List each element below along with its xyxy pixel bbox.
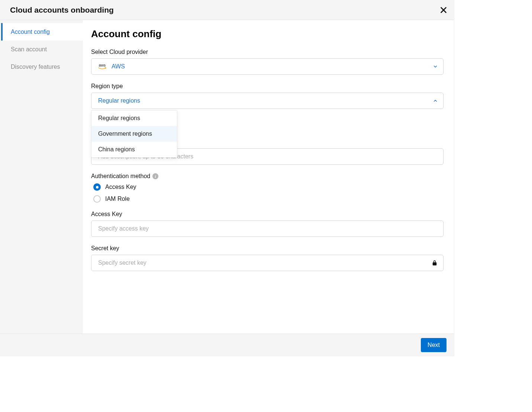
close-button[interactable] xyxy=(438,5,449,15)
radio-checked-icon xyxy=(93,183,101,191)
sidebar-item-scan-account[interactable]: Scan account xyxy=(1,41,83,58)
content-area: Account config Select Cloud provider aws… xyxy=(83,20,454,334)
secret-key-input-wrap xyxy=(91,255,444,271)
sidebar-item-account-config[interactable]: Account config xyxy=(1,23,83,41)
region-type-value: Regular regions xyxy=(98,97,433,104)
modal: Cloud accounts onboarding Account config… xyxy=(0,0,454,356)
field-label-cloud-provider: Select Cloud provider xyxy=(91,49,444,55)
sidebar-item-discovery-features[interactable]: Discovery features xyxy=(1,58,83,75)
region-type-dropdown: Regular regions Government regions China… xyxy=(91,110,177,158)
modal-header: Cloud accounts onboarding xyxy=(0,0,454,20)
page-title: Account config xyxy=(91,28,444,40)
chevron-up-icon xyxy=(433,98,438,103)
modal-body: Account config Scan account Discovery fe… xyxy=(0,20,454,334)
access-key-input-wrap xyxy=(91,221,444,237)
field-cloud-provider: Select Cloud provider aws AWS xyxy=(91,49,444,75)
sidebar-item-label: Account config xyxy=(11,29,50,35)
dropdown-item-government-regions[interactable]: Government regions xyxy=(91,126,177,142)
modal-footer: Next xyxy=(0,334,454,356)
auth-option-iam-role[interactable]: IAM Role xyxy=(91,195,444,203)
auth-radio-group: Access Key IAM Role xyxy=(91,183,444,203)
field-secret-key: Secret key xyxy=(91,245,444,271)
chevron-down-icon xyxy=(433,64,438,69)
modal-title: Cloud accounts onboarding xyxy=(10,6,114,15)
field-label-access-key: Access Key xyxy=(91,211,444,218)
region-type-select[interactable]: Regular regions xyxy=(91,93,444,109)
sidebar-item-label: Scan account xyxy=(11,46,47,52)
field-label-region-type: Region type xyxy=(91,83,444,90)
cloud-provider-select[interactable]: aws AWS xyxy=(91,58,444,75)
sidebar-item-label: Discovery features xyxy=(11,64,60,70)
auth-option-label: Access Key xyxy=(105,184,136,190)
auth-option-label: IAM Role xyxy=(105,196,130,202)
close-icon xyxy=(439,6,448,14)
access-key-input[interactable] xyxy=(98,221,438,236)
field-label-auth-method: Authentication method i xyxy=(91,173,444,180)
field-label-secret-key: Secret key xyxy=(91,245,444,252)
aws-icon: aws xyxy=(98,64,106,70)
secret-key-input[interactable] xyxy=(98,255,431,271)
radio-unchecked-icon xyxy=(93,195,101,203)
field-auth-method: Authentication method i Access Key IAM R… xyxy=(91,173,444,203)
cloud-provider-value: AWS xyxy=(112,63,433,70)
region-type-wrap: Regular regions Regular regions Governme… xyxy=(91,93,444,109)
dropdown-item-regular-regions[interactable]: Regular regions xyxy=(91,110,177,126)
stepper-sidebar: Account config Scan account Discovery fe… xyxy=(1,20,83,334)
field-region-type: Region type Regular regions Regular regi… xyxy=(91,83,444,109)
dropdown-item-china-regions[interactable]: China regions xyxy=(91,142,177,157)
auth-option-access-key[interactable]: Access Key xyxy=(91,183,444,191)
info-icon[interactable]: i xyxy=(152,173,158,179)
lock-icon xyxy=(431,260,438,266)
auth-method-label-text: Authentication method xyxy=(91,173,150,180)
next-button[interactable]: Next xyxy=(421,338,446,352)
field-access-key: Access Key xyxy=(91,211,444,237)
